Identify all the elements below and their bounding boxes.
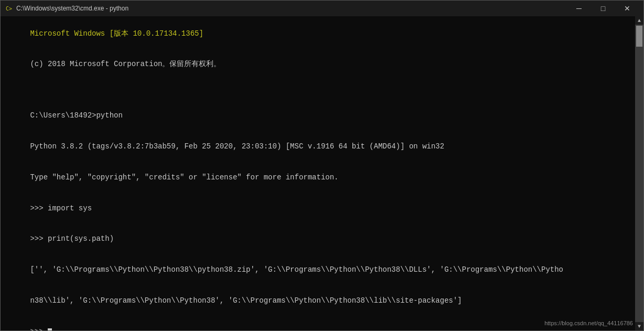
titlebar-controls: ─ □ ✕: [567, 1, 639, 16]
line-copyright: (c) 2018 Microsoft Corporation。保留所有权利。: [30, 60, 221, 68]
line-path-output1: ['', 'G:\\Programs\\Python\\Python38\\py…: [30, 265, 563, 274]
terminal-output: Microsoft Windows [版本 10.0.17134.1365] (…: [4, 18, 640, 330]
line-python-version: Python 3.8.2 (tags/v3.8.2:7b3ab59, Feb 2…: [30, 142, 444, 151]
scrollbar-track[interactable]: [635, 25, 643, 322]
scrollbar-down-button[interactable]: ▼: [635, 322, 643, 330]
titlebar-left: C> C:\Windows\system32\cmd.exe - python: [5, 4, 128, 13]
scrollbar[interactable]: ▲ ▼: [635, 16, 643, 330]
line-import-sys: >>> import sys: [30, 204, 92, 212]
scrollbar-thumb[interactable]: [636, 26, 642, 47]
close-button[interactable]: ✕: [615, 1, 639, 16]
terminal-body[interactable]: Microsoft Windows [版本 10.0.17134.1365] (…: [1, 16, 643, 330]
minimize-button[interactable]: ─: [567, 1, 591, 16]
line-windows-version: Microsoft Windows [版本 10.0.17134.1365]: [30, 29, 203, 38]
line-prompt-empty: >>>: [30, 327, 52, 330]
svg-text:C>: C>: [6, 6, 12, 12]
titlebar-title: C:\Windows\system32\cmd.exe - python: [16, 5, 128, 12]
watermark: https://blog.csdn.net/qq_44116786: [544, 320, 633, 326]
terminal-cursor: [48, 328, 52, 330]
scrollbar-up-button[interactable]: ▲: [635, 16, 643, 25]
line-path-output2: n38\\lib', 'G:\\Programs\\Python\\Python…: [30, 296, 461, 305]
cmd-icon: C>: [5, 4, 13, 13]
line-type-help: Type "help", "copyright", "credits" or "…: [30, 173, 338, 181]
line-print-path: >>> print(sys.path): [30, 234, 114, 243]
line-prompt-python: C:\Users\18492>python: [30, 111, 122, 120]
window: C> C:\Windows\system32\cmd.exe - python …: [0, 0, 644, 331]
titlebar: C> C:\Windows\system32\cmd.exe - python …: [1, 1, 643, 16]
maximize-button[interactable]: □: [591, 1, 615, 16]
